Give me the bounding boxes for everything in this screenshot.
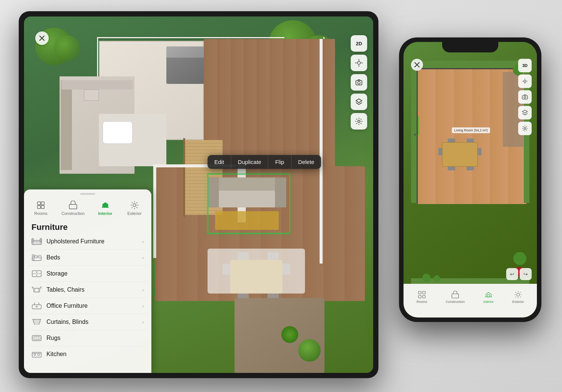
storage-icon [31,270,42,277]
tab-interior[interactable]: Interior [92,198,118,218]
wall-top [97,37,284,38]
furniture-section-title: Furniture [24,218,151,234]
iphone-exterior-icon [514,290,523,299]
curtains-icon [31,318,42,326]
btn-camera[interactable] [351,74,367,91]
rug [208,249,305,294]
tab-exterior-label: Exterior [127,211,142,216]
iphone-notch [442,42,498,52]
svg-rect-10 [37,206,40,209]
iphone-tab-construction-label: Construction [446,300,465,304]
context-menu: Edit Duplicate Flip Delete [208,155,321,169]
redo-button[interactable]: ↪ [520,268,532,280]
furniture-item-office[interactable]: Office Furniture › [27,298,148,314]
wall-mid-vertical [153,164,156,258]
furniture-name-beds: Beds [46,254,142,261]
svg-rect-57 [452,294,459,298]
svg-point-43 [38,354,40,356]
category-tabs: Rooms Construction Interior [24,195,151,218]
wall-right-main [320,39,323,264]
iphone-tab-interior[interactable]: Interior [483,290,494,304]
stair-railing [183,138,185,217]
svg-rect-21 [34,255,37,258]
curtains-chevron: › [142,319,144,325]
ipad-device: Edit Duplicate Flip Delete [19,11,378,378]
tables-icon [31,286,42,294]
svg-point-0 [357,61,360,64]
iphone-btn-settings[interactable] [518,122,532,135]
svg-rect-27 [34,288,40,292]
bathtub [103,121,133,144]
iphone-tab-construction[interactable]: Construction [446,290,465,304]
furniture-item-storage[interactable]: Storage [27,266,148,282]
svg-rect-12 [69,204,77,209]
svg-point-33 [36,306,37,307]
iphone-btn-camera[interactable] [518,90,532,104]
iphone-tab-interior-label: Interior [483,300,494,304]
furniture-item-curtains[interactable]: Curtains, Blinds › [27,314,148,330]
context-duplicate[interactable]: Duplicate [231,155,269,169]
svg-point-31 [40,287,42,288]
svg-rect-35 [34,319,39,325]
tab-exterior[interactable]: Exterior [121,198,148,218]
furniture-name-kitchen: Kitchen [46,351,144,358]
fp-plant-4 [433,275,440,282]
sink [84,89,99,101]
beds-chevron: › [142,255,144,261]
furniture-item-rugs[interactable]: Rugs [27,330,148,346]
context-flip[interactable]: Flip [268,155,291,169]
furniture-item-beds[interactable]: Beds › [27,250,148,266]
btn-layers[interactable] [351,94,367,110]
svg-point-25 [36,272,37,273]
undo-button[interactable]: ↩ [506,268,518,280]
iphone-btn-3d[interactable]: 3D [518,59,532,72]
svg-rect-11 [41,206,44,209]
fp-plant-3 [422,274,430,282]
iphone-interior-icon [484,290,493,299]
ipad-screen: Edit Duplicate Flip Delete [24,16,373,373]
iphone-btn-layers[interactable] [518,106,532,119]
svg-rect-16 [33,241,40,244]
iphone-btn-focus[interactable] [518,75,532,88]
svg-rect-53 [419,291,421,294]
iphone-tab-rooms-label: Rooms [417,300,427,304]
btn-settings[interactable] [351,113,367,130]
tree-top-left-2 [54,35,80,61]
svg-rect-56 [423,295,425,298]
btn-focus[interactable] [351,55,367,71]
btn-2d[interactable]: 2D [351,35,367,52]
svg-point-59 [517,293,520,296]
tab-construction[interactable]: Construction [57,198,89,218]
tab-rooms[interactable]: Rooms [28,198,54,218]
svg-point-26 [36,275,37,276]
rugs-icon [31,334,42,342]
furniture-panel: Rooms Construction Interior [24,189,151,373]
iphone-tab-rooms[interactable]: Rooms [417,290,427,304]
upholstered-chevron: › [142,238,144,244]
iphone-bottom-tabs: Rooms Construction Interior [404,284,537,317]
rooms-icon [36,200,46,210]
ipad-toolbar: 2D [351,35,367,130]
furniture-item-upholstered[interactable]: Upholstered Furniture › [27,234,148,250]
beds-icon [31,254,42,261]
kitchen-counter-top [61,80,133,89]
fp-dot-2 [414,134,416,136]
upholstered-icon [31,238,42,245]
iphone-device: Living Room (54,2 m²) [399,37,541,322]
furniture-name-upholstered: Upholstered Furniture [46,238,142,245]
context-edit[interactable]: Edit [208,155,231,169]
svg-rect-20 [32,255,34,261]
iphone-close-button[interactable] [411,59,423,71]
furniture-item-kitchen[interactable]: Kitchen [27,346,148,362]
iphone-tab-exterior[interactable]: Exterior [512,290,524,304]
fp-garden-top [411,61,527,68]
ipad-close-button[interactable] [35,31,49,45]
svg-point-7 [358,120,360,122]
svg-rect-9 [41,202,44,205]
context-delete[interactable]: Delete [291,155,321,169]
svg-rect-8 [37,202,40,205]
furniture-name-storage: Storage [46,270,144,277]
furniture-item-tables[interactable]: Tables, Chairs › [27,282,148,298]
svg-rect-54 [423,291,425,294]
fp-garden-left [411,61,417,203]
